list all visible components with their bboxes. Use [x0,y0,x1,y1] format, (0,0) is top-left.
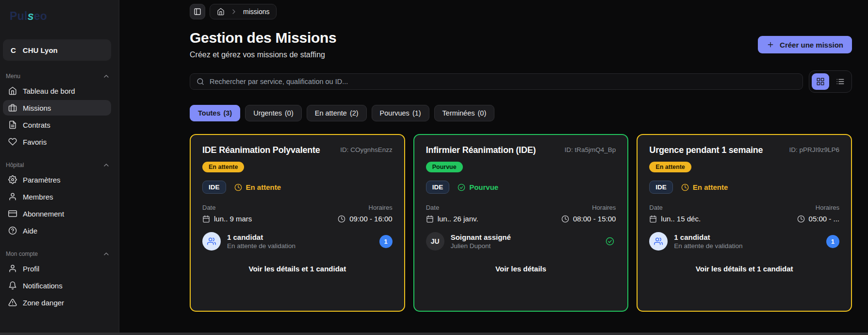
inline-status: En attente [681,183,728,191]
user-icon [8,192,17,201]
sidebar-item-missions[interactable]: Missions [3,100,111,116]
search-row [190,70,852,93]
mission-id: ID: pPRJI9z9LP6 [789,146,839,155]
sidebar-item-abonnement[interactable]: Abonnement [3,206,111,221]
search-input[interactable] [210,78,796,85]
org-avatar: C [11,46,16,54]
sidebar-item-label: Contrats [23,121,50,129]
candidates-avatar [649,232,668,251]
mission-cards-grid: IDE Réanimation Polyvalente ID: COygnhsE… [190,134,852,312]
org-selector[interactable]: C CHU Lyon [3,39,111,61]
assignee-row: JU Soignant assigné Julien Dupont [426,232,616,251]
assigned-check-icon [604,235,616,248]
candidate-count-badge: 1 [379,235,393,248]
sidebar-item-label: Favoris [23,138,47,146]
page-subtitle: Créez et gérez vos missions de staffing [190,50,336,59]
filter-toutes[interactable]: Toutes(3) [190,105,240,121]
sidebar-item-label: Membres [23,193,53,201]
clock-icon [797,215,805,223]
filter-tabs: Toutes(3) Urgentes(0) En attente(2) Pour… [190,105,852,121]
sidebar-item-contrats[interactable]: Contrats [3,117,111,133]
sidebar-item-zone-danger[interactable]: Zone danger [3,295,111,310]
breadcrumb-current: missions [243,8,269,16]
candidate-row: 1 candidat En attente de validation 1 [202,232,393,251]
mission-title: Urgence pendant 1 semaine [649,145,763,155]
briefcase-icon [8,103,17,112]
filter-en-attente[interactable]: En attente(2) [307,105,367,121]
mission-card-2[interactable]: Infirmier Réanimation (IDE) ID: tRa5jmQ4… [413,134,629,312]
view-details-link[interactable]: Voir les détails et 1 candidat [249,265,346,273]
main-content: missions Gestion des Missions Créez et g… [119,0,868,335]
calendar-icon [426,215,434,223]
chevron-up-icon [102,72,110,80]
help-circle-icon [8,226,17,235]
filter-urgentes[interactable]: Urgentes(0) [245,105,302,121]
candidate-title: 1 candidat [674,233,742,241]
check-circle-icon [458,184,465,191]
sidebar-section-menu[interactable]: Menu [6,72,110,80]
mission-title: IDE Réanimation Polyvalente [202,145,320,155]
filter-pourvues[interactable]: Pourvues(1) [372,105,429,121]
sidebar-item-favoris[interactable]: Favoris [3,134,111,150]
sidebar-toggle-button[interactable] [190,4,205,19]
sidebar-item-profil[interactable]: Profil [3,261,111,276]
hours-label: Horaires [561,204,616,211]
sidebar: Pulseo C CHU Lyon Menu Tableau de bord M… [0,0,119,335]
sidebar-item-tableau-de-bord[interactable]: Tableau de bord [3,83,111,99]
sidebar-item-parametres[interactable]: Paramètres [3,172,111,187]
candidate-subtitle: En attente de validation [227,242,295,250]
filter-terminees[interactable]: Terminées(0) [434,105,495,121]
mission-card-1[interactable]: IDE Réanimation Polyvalente ID: COygnhsE… [190,134,405,312]
pulseo-logo: Pulseo [10,10,119,23]
sidebar-item-label: Notifications [23,282,63,290]
date-value: lun.. 9 mars [202,215,252,223]
bell-icon [8,281,17,290]
calendar-icon [202,215,210,223]
date-label: Date [649,204,701,211]
assignee-title: Soignant assigné [451,233,511,241]
sidebar-section-hopital[interactable]: Hôpital [6,161,110,169]
mission-title: Infirmier Réanimation (IDE) [426,145,536,155]
view-toggle [809,70,852,93]
date-value: lun.. 26 janv. [426,215,478,223]
status-badge: En attente [649,162,691,172]
gear-icon [8,175,17,184]
sidebar-item-aide[interactable]: Aide [3,223,111,238]
home-icon[interactable] [217,8,225,16]
list-icon [836,77,845,86]
view-details-link[interactable]: Voir les détails [495,265,546,273]
calendar-icon [649,215,657,223]
view-details-link[interactable]: Voir les détails et 1 candidat [696,265,793,273]
status-badge: En attente [202,162,244,172]
chevron-up-icon [102,250,110,258]
hours-value: 08:00 - 15:00 [561,215,616,223]
date-label: Date [202,204,252,211]
org-name: CHU Lyon [23,46,58,54]
mission-card-3[interactable]: Urgence pendant 1 semaine ID: pPRJI9z9LP… [637,134,852,312]
horizontal-scrollbar[interactable] [0,333,868,335]
hours-label: Horaires [797,204,839,211]
chevron-up-icon [102,161,110,169]
clock-icon [681,184,689,191]
date-value: lun.. 15 déc. [649,215,701,223]
sidebar-item-label: Tableau de bord [23,87,75,95]
candidate-title: 1 candidat [227,233,295,241]
mission-id: ID: COygnhsEnzz [340,146,392,155]
heart-icon [8,137,17,146]
warning-triangle-icon [8,298,17,307]
qualification-chip: IDE [426,181,450,194]
clock-icon [234,184,242,191]
list-view-button[interactable] [832,73,849,90]
sidebar-item-label: Zone danger [23,299,64,307]
sidebar-section-mon-compte[interactable]: Mon compte [6,250,110,258]
sidebar-item-membres[interactable]: Membres [3,189,111,204]
app-window: Pulseo C CHU Lyon Menu Tableau de bord M… [0,0,868,335]
document-icon [8,120,17,129]
assignee-avatar: JU [426,232,444,251]
grid-view-button[interactable] [812,73,829,90]
home-icon [8,86,17,95]
candidates-avatar [202,232,221,251]
create-mission-button[interactable]: Créer une mission [758,36,852,53]
topbar: missions [190,4,852,19]
sidebar-item-notifications[interactable]: Notifications [3,278,111,293]
